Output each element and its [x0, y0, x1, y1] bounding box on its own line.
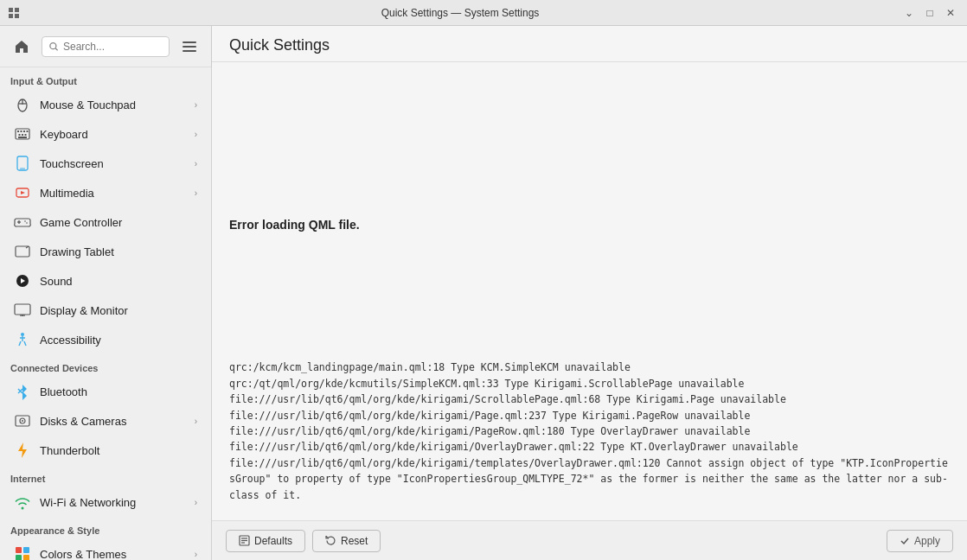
sidebar-item-accessibility[interactable]: Accessibility: [3, 325, 208, 354]
hamburger-button[interactable]: [176, 33, 202, 60]
colors-themes-icon: [14, 545, 31, 560]
svg-marker-21: [21, 191, 25, 194]
sidebar-item-label-multimedia: Multimedia: [40, 187, 186, 200]
content-header: Quick Settings: [212, 26, 967, 62]
sidebar-item-wifi-networking[interactable]: Wi-Fi & Networking›: [3, 487, 208, 517]
keyboard-icon: [14, 125, 31, 143]
sidebar-item-sound[interactable]: Sound: [3, 266, 208, 296]
game-controller-icon: [14, 213, 31, 231]
sidebar-item-label-accessibility: Accessibility: [40, 334, 197, 347]
footer-left: Defaults Reset: [226, 530, 381, 552]
svg-point-33: [21, 333, 24, 336]
sidebar-item-arrow-touchscreen: ›: [195, 159, 197, 169]
maximize-button[interactable]: □: [920, 3, 939, 22]
content-body: Error loading QML file. qrc:/kcm/kcm_lan…: [212, 62, 967, 520]
svg-rect-3: [15, 14, 19, 18]
disks-cameras-icon: [14, 412, 31, 430]
sidebar-section-label: Appearance & Style: [0, 517, 211, 539]
hamburger-line-2: [183, 46, 196, 48]
sidebar-item-label-keyboard: Keyboard: [40, 128, 186, 141]
toolbar: [0, 26, 211, 67]
error-text: qrc:/kcm/kcm_landingpage/main.qml:18 Typ…: [229, 360, 950, 503]
svg-point-25: [26, 222, 28, 224]
app-icon: [7, 6, 21, 20]
svg-rect-2: [9, 14, 13, 18]
close-button[interactable]: ✕: [941, 3, 960, 22]
sidebar-item-bluetooth[interactable]: Bluetooth: [3, 377, 208, 406]
wifi-networking-icon: [14, 493, 31, 511]
apply-button[interactable]: Apply: [887, 530, 953, 552]
sidebar-item-arrow-keyboard: ›: [195, 130, 197, 139]
sidebar-item-touchscreen[interactable]: Touchscreen›: [3, 149, 208, 178]
touchscreen-icon: [14, 155, 31, 172]
sidebar: Input & OutputMouse & Touchpad›Keyboard›…: [0, 67, 212, 560]
sidebar-item-multimedia[interactable]: Multimedia›: [3, 178, 208, 207]
content-wrapper: Quick Settings Error loading QML file. q…: [212, 26, 967, 560]
search-icon: [49, 41, 58, 52]
sound-icon: [14, 272, 31, 290]
apply-icon: [900, 536, 910, 546]
svg-rect-15: [22, 134, 23, 136]
titlebar: Quick Settings — System Settings ⌄ □ ✕: [0, 0, 967, 26]
svg-rect-16: [25, 134, 27, 136]
error-heading: Error loading QML file.: [229, 218, 950, 232]
content-spacer: [229, 80, 950, 218]
sidebar-item-arrow-disks-cameras: ›: [195, 417, 197, 426]
display-monitor-icon: [14, 302, 31, 319]
titlebar-left: [7, 6, 21, 20]
sidebar-section-connected-devices: Connected DevicesBluetoothDisks & Camera…: [0, 354, 211, 465]
minimize-button[interactable]: ⌄: [900, 3, 919, 22]
svg-rect-12: [23, 130, 25, 132]
sidebar-item-label-game-controller: Game Controller: [40, 216, 197, 229]
svg-rect-19: [20, 169, 25, 169]
sidebar-item-label-touchscreen: Touchscreen: [40, 157, 186, 170]
bluetooth-icon: [14, 383, 31, 400]
svg-rect-26: [16, 246, 29, 257]
sidebar-section-label: Input & Output: [0, 67, 211, 90]
sidebar-item-arrow-colors-themes: ›: [195, 550, 197, 559]
window-title: Quick Settings — System Settings: [21, 7, 900, 19]
drawing-tablet-icon: [14, 243, 31, 260]
search-input[interactable]: [63, 41, 162, 53]
content-title: Quick Settings: [229, 36, 950, 54]
sidebar-item-keyboard[interactable]: Keyboard›: [3, 119, 208, 149]
sidebar-section-label: Internet: [0, 465, 211, 487]
sidebar-item-arrow-mouse-touchpad: ›: [195, 100, 197, 110]
mouse-touchpad-icon: [14, 96, 31, 113]
reset-button[interactable]: Reset: [312, 530, 381, 552]
svg-rect-0: [9, 8, 13, 12]
sidebar-item-colors-themes[interactable]: Colors & Themes›: [3, 539, 208, 560]
search-box[interactable]: [42, 36, 170, 57]
home-button[interactable]: [9, 33, 35, 60]
sidebar-item-arrow-wifi-networking: ›: [195, 498, 197, 507]
content-spacer-2: [229, 245, 950, 360]
apply-label: Apply: [914, 535, 940, 547]
svg-point-24: [24, 220, 26, 222]
defaults-label: Defaults: [254, 535, 292, 547]
sidebar-item-mouse-touchpad[interactable]: Mouse & Touchpad›: [3, 90, 208, 119]
sidebar-item-disks-cameras[interactable]: Disks & Cameras›: [3, 406, 208, 436]
reset-label: Reset: [341, 535, 368, 547]
svg-rect-43: [16, 555, 22, 560]
defaults-icon: [239, 535, 250, 546]
sidebar-item-arrow-multimedia: ›: [195, 188, 197, 198]
sidebar-item-drawing-tablet[interactable]: Drawing Tablet: [3, 237, 208, 266]
svg-point-4: [49, 42, 55, 48]
sidebar-item-display-monitor[interactable]: Display & Monitor: [3, 296, 208, 325]
sidebar-item-game-controller[interactable]: Game Controller: [3, 207, 208, 237]
sidebar-section-label: Connected Devices: [0, 354, 211, 377]
svg-point-38: [22, 420, 23, 422]
main-layout: Input & OutputMouse & Touchpad›Keyboard›…: [0, 26, 967, 560]
svg-line-5: [55, 48, 58, 50]
sidebar-item-label-display-monitor: Display & Monitor: [40, 304, 197, 317]
sidebar-section-internet: InternetWi-Fi & Networking›: [0, 465, 211, 517]
sidebar-item-label-bluetooth: Bluetooth: [40, 385, 197, 398]
sidebar-item-label-wifi-networking: Wi-Fi & Networking: [40, 496, 186, 509]
accessibility-icon: [14, 331, 31, 348]
sidebar-item-thunderbolt[interactable]: Thunderbolt: [3, 436, 208, 465]
svg-rect-41: [16, 547, 22, 553]
svg-rect-10: [17, 130, 19, 132]
defaults-button[interactable]: Defaults: [226, 530, 305, 552]
svg-rect-13: [27, 130, 29, 132]
sidebar-item-label-sound: Sound: [40, 275, 197, 288]
